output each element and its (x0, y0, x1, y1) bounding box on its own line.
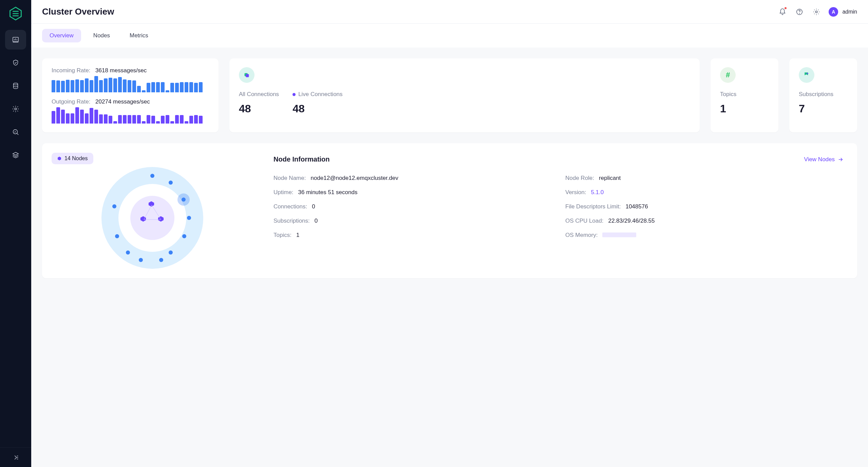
memory-bar (602, 232, 636, 237)
version-label: Version: (565, 189, 586, 196)
tab-metrics[interactable]: Metrics (122, 29, 156, 42)
bar (166, 115, 169, 124)
bar (132, 115, 136, 124)
svg-point-2 (14, 83, 18, 85)
uptime-value: 36 minutes 51 seconds (298, 189, 358, 196)
nav-layers[interactable] (5, 145, 26, 165)
bar (194, 83, 198, 92)
connections-card: All Connections 48 Live Connections 48 (229, 58, 700, 132)
connections-icon (239, 67, 254, 83)
sidebar-collapse-button[interactable] (0, 447, 31, 467)
bar (185, 82, 188, 92)
bar (161, 116, 165, 124)
topics-value: 1 (720, 102, 769, 115)
bar (75, 107, 79, 124)
flag-icon (799, 67, 814, 83)
bar (109, 116, 112, 124)
header: Cluster Overview A admin (31, 0, 868, 24)
bar (128, 115, 131, 124)
bar (194, 115, 198, 124)
bar (118, 115, 122, 124)
rates-card: Incoming Rate: 3618 messages/sec Outgoin… (42, 58, 219, 132)
bar (175, 83, 179, 92)
view-nodes-link[interactable]: View Nodes (804, 156, 844, 163)
help-button[interactable] (795, 7, 804, 17)
bar (142, 121, 146, 124)
version-value[interactable]: 5.1.0 (591, 189, 604, 196)
bar (118, 77, 122, 92)
nav-search[interactable] (5, 122, 26, 142)
cpu-value: 22.83/29.46/28.55 (608, 218, 655, 224)
bar (156, 82, 160, 92)
bar (175, 115, 179, 124)
cpu-label: OS CPU Load: (565, 218, 603, 224)
fd-label: File Descriptors Limit: (565, 203, 621, 210)
sidebar (0, 0, 31, 467)
bar (147, 83, 150, 92)
live-connections-value: 48 (293, 102, 342, 115)
bar (199, 82, 203, 92)
bar (80, 80, 84, 92)
nav-settings[interactable] (5, 99, 26, 119)
nav-dashboard[interactable] (5, 30, 26, 50)
subscriptions-value: 7 (799, 102, 848, 115)
nav-database[interactable] (5, 76, 26, 96)
all-connections-label: All Connections (239, 91, 279, 98)
notifications-button[interactable] (778, 7, 787, 17)
avatar: A (829, 7, 838, 17)
subscriptions-card: Subscriptions 7 (789, 58, 857, 132)
connections-label: Connections: (273, 203, 307, 210)
bar (123, 115, 127, 124)
bar (104, 114, 108, 124)
topics-card: # Topics 1 (711, 58, 778, 132)
all-connections-value: 48 (239, 102, 279, 115)
bar (189, 82, 193, 92)
page-title: Cluster Overview (42, 6, 778, 17)
nav-security[interactable] (5, 53, 26, 73)
mem-label: OS Memory: (565, 232, 598, 239)
hex-icon (57, 156, 62, 161)
subscriptions-label: Subscriptions (799, 91, 848, 98)
svg-line-15 (144, 205, 152, 220)
node-role-value: replicant (599, 175, 621, 182)
topics-value2: 1 (296, 232, 299, 239)
topics-label2: Topics: (273, 232, 291, 239)
bar (85, 113, 89, 124)
bar (180, 115, 184, 124)
logo-icon (8, 6, 23, 21)
bar (123, 79, 127, 92)
tab-nodes[interactable]: Nodes (86, 29, 117, 42)
outgoing-rate-label: Outgoing Rate: 20274 messages/sec (52, 98, 209, 105)
bar (170, 83, 174, 92)
bar (128, 80, 131, 92)
tab-overview[interactable]: Overview (42, 29, 81, 42)
hash-icon: # (720, 67, 736, 83)
bar (99, 80, 103, 92)
bar (156, 121, 160, 124)
bar (71, 113, 74, 124)
node-name-value: node12@node12.emqxcluster.dev (310, 175, 398, 182)
bar (104, 78, 108, 92)
bar (94, 76, 98, 92)
uptime-label: Uptime: (273, 189, 294, 196)
core-links (130, 196, 174, 240)
bar (151, 82, 155, 92)
bar (85, 78, 89, 92)
bar (61, 81, 65, 92)
notification-dot-icon (785, 7, 787, 9)
settings-button[interactable] (812, 7, 821, 17)
topics-label: Topics (720, 91, 769, 98)
bar (61, 110, 65, 124)
bar (199, 116, 203, 124)
live-dot-icon (293, 93, 296, 96)
bar (132, 80, 136, 92)
incoming-rate-label: Incoming Rate: 3618 messages/sec (52, 67, 209, 74)
connections-value: 0 (312, 203, 315, 210)
svg-point-3 (15, 108, 17, 110)
bar (56, 107, 60, 124)
bar (142, 90, 146, 92)
arrow-right-icon (837, 156, 844, 163)
user-menu[interactable]: A admin (829, 7, 857, 17)
svg-point-6 (799, 13, 800, 14)
bar (166, 90, 169, 92)
